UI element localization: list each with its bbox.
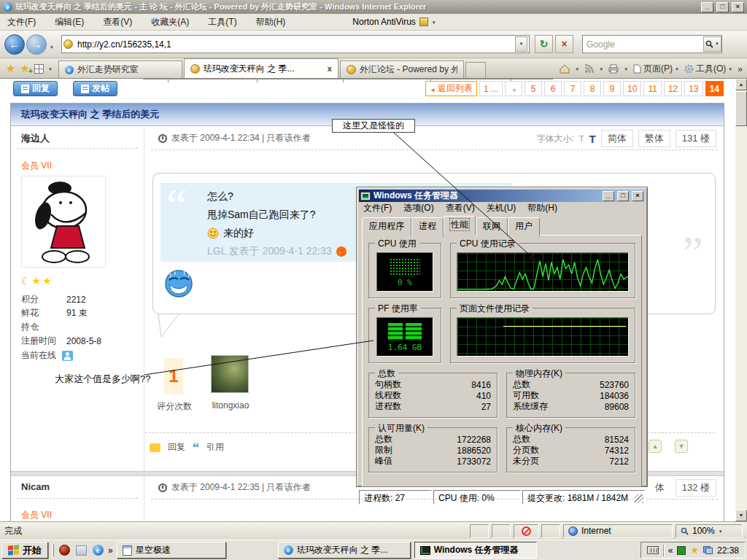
- refresh-button[interactable]: [535, 35, 553, 53]
- home-button[interactable]: [560, 64, 570, 74]
- rater-name[interactable]: litongxiao: [206, 400, 255, 411]
- start-button[interactable]: 开始: [1, 542, 48, 559]
- page-number-button[interactable]: 8: [584, 81, 601, 96]
- menu-item[interactable]: 工具(T): [208, 16, 236, 28]
- print-dropdown-icon[interactable]: [624, 64, 628, 74]
- simplified-button[interactable]: 简体: [601, 130, 633, 147]
- tm-menu-item[interactable]: 选项(O): [403, 202, 433, 214]
- tm-close-button[interactable]: [632, 191, 643, 201]
- scroll-top-button[interactable]: [649, 440, 662, 453]
- toolbar-overflow-chevron[interactable]: [738, 64, 743, 74]
- forum-reply-button[interactable]: 回复: [13, 81, 58, 96]
- quick-launch-ie-icon[interactable]: e: [91, 544, 104, 557]
- search-button[interactable]: [703, 36, 721, 52]
- collapse-tray-chevron[interactable]: [668, 545, 673, 556]
- close-button[interactable]: [732, 2, 744, 12]
- menu-item[interactable]: 查看(V): [103, 16, 132, 28]
- tray-star-icon[interactable]: [690, 545, 699, 556]
- input-method-icon[interactable]: [647, 546, 659, 554]
- address-input[interactable]: [76, 39, 512, 50]
- feeds-button[interactable]: [584, 64, 594, 74]
- menu-item[interactable]: 编辑(E): [55, 16, 84, 28]
- tab-close-icon[interactable]: x: [328, 64, 332, 73]
- page-number-button[interactable]: 10: [623, 81, 641, 96]
- menu-item[interactable]: 帮助(H): [256, 16, 286, 28]
- reply-link[interactable]: 回复: [168, 441, 185, 454]
- scroll-up-button[interactable]: [735, 79, 747, 90]
- page-number-button[interactable]: 14: [705, 81, 724, 96]
- back-to-list-button[interactable]: 返回列表: [425, 81, 477, 96]
- page-number-button[interactable]: 13: [684, 81, 703, 96]
- zoom-panel[interactable]: 100%: [676, 524, 743, 538]
- font-smaller-button[interactable]: T: [579, 134, 584, 143]
- task-button-task-manager[interactable]: Windows 任务管理器: [414, 542, 537, 559]
- stop-button[interactable]: [555, 35, 573, 53]
- author-name[interactable]: 海边人: [21, 132, 50, 145]
- tm-menu-item[interactable]: 查看(V): [446, 202, 475, 214]
- print-button[interactable]: [608, 64, 619, 74]
- tm-tab[interactable]: 用户: [508, 217, 540, 237]
- quote-link[interactable]: 引用: [206, 441, 224, 454]
- forward-button[interactable]: [26, 34, 47, 55]
- feeds-dropdown-icon[interactable]: [599, 64, 603, 74]
- online-user-icon[interactable]: [62, 351, 73, 361]
- tab-research-room[interactable]: e 外汇走势研究室: [58, 61, 182, 78]
- quick-launch-overflow-chevron[interactable]: [108, 545, 113, 556]
- tm-tab[interactable]: 联网: [476, 217, 508, 237]
- tab-thread-active[interactable]: 珐玛改变天秤向 之 季... x: [184, 58, 338, 78]
- favorites-button[interactable]: [6, 62, 15, 75]
- page-number-button[interactable]: 6: [544, 81, 562, 96]
- tab-forum[interactable]: 外汇论坛 - Powered by 外...: [340, 61, 464, 78]
- quick-launch-mail-icon[interactable]: [74, 544, 88, 557]
- menu-item[interactable]: 收藏夹(A): [151, 16, 189, 28]
- tm-tab[interactable]: 进程: [411, 217, 444, 237]
- tools-menu-button[interactable]: 工具(O): [684, 63, 732, 75]
- task-manager-window[interactable]: Windows 任务管理器 文件(F)选项(O)查看(V)关机(U)帮助(H) …: [356, 187, 648, 487]
- page-number-button[interactable]: 12: [664, 81, 682, 96]
- address-dropdown-button[interactable]: [515, 36, 527, 52]
- vertical-scrollbar[interactable]: [735, 79, 747, 521]
- quick-launch-app-icon[interactable]: [58, 544, 71, 557]
- page-number-button[interactable]: 7: [564, 81, 581, 96]
- tm-menu-item[interactable]: 关机(U): [487, 202, 516, 214]
- font-bigger-button[interactable]: T: [589, 133, 596, 145]
- tm-title-bar[interactable]: Windows 任务管理器: [359, 190, 645, 202]
- rater-thumbnail[interactable]: [211, 355, 249, 393]
- traditional-button-partial[interactable]: 体: [649, 480, 670, 496]
- history-dropdown-icon[interactable]: [50, 42, 54, 52]
- page-menu-button[interactable]: 页面(P): [633, 63, 679, 75]
- tray-green-icon[interactable]: [677, 546, 686, 555]
- forum-new-post-button[interactable]: 发帖: [73, 81, 117, 96]
- task-button-browser[interactable]: e 珐玛改变天秤向 之 季...: [278, 542, 411, 559]
- restore-button[interactable]: [716, 2, 729, 12]
- norton-antivirus-menu[interactable]: Norton AntiVirus: [352, 17, 436, 27]
- tm-tab[interactable]: 性能: [444, 216, 476, 236]
- tm-menu-item[interactable]: 文件(F): [363, 202, 392, 214]
- add-favorite-button[interactable]: +: [20, 62, 29, 75]
- task-button-app[interactable]: 星空极速: [117, 542, 226, 559]
- tm-minimize-button[interactable]: [603, 191, 614, 201]
- tray-network-icon[interactable]: [703, 546, 713, 554]
- page-number-button[interactable]: 5: [525, 81, 542, 96]
- goto-quoted-post-icon[interactable]: [336, 246, 347, 257]
- minimize-button[interactable]: [701, 2, 713, 12]
- new-tab-stub[interactable]: [465, 62, 486, 78]
- scroll-bottom-button[interactable]: [675, 440, 688, 453]
- quick-launch-handle[interactable]: [52, 545, 54, 556]
- page-first-button[interactable]: 1 ...: [479, 81, 503, 96]
- avatar[interactable]: [21, 176, 106, 268]
- menu-item[interactable]: 文件(F): [7, 16, 36, 28]
- scroll-down-button[interactable]: [735, 510, 747, 521]
- scroll-thumb[interactable]: [735, 91, 747, 126]
- home-dropdown-icon[interactable]: [575, 64, 579, 74]
- author-name[interactable]: Nicam: [21, 481, 50, 492]
- page-number-button[interactable]: 11: [643, 81, 661, 96]
- tm-menu-item[interactable]: 帮助(H): [527, 202, 557, 214]
- page-number-button[interactable]: 9: [603, 81, 621, 96]
- tm-tab[interactable]: 应用程序: [362, 217, 411, 237]
- search-input[interactable]: [583, 39, 703, 50]
- page-prev-button[interactable]: [505, 81, 522, 96]
- back-button[interactable]: [4, 34, 25, 55]
- resize-grip[interactable]: [635, 494, 643, 503]
- quick-tabs-button[interactable]: [34, 64, 44, 74]
